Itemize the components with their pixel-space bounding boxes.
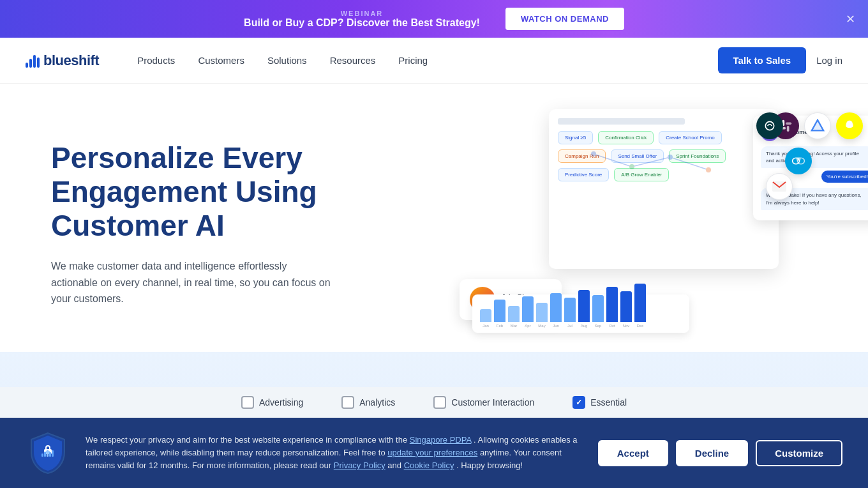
svg-point-5 (668, 155, 673, 160)
svg-line-1 (632, 157, 670, 167)
logo-bar-2 (29, 59, 32, 68)
svg-point-3 (591, 151, 596, 156)
bar-item: Sep (592, 295, 604, 328)
cookie-checkbox[interactable] (341, 396, 354, 403)
journey-canvas-mock: Signal ≥5 Confirmation Click Create Scho… (549, 109, 779, 269)
bar-label: Feb (497, 324, 503, 328)
analytics-chart: JanFebMarAprMayJunJulAugSepOctNovDec (472, 294, 689, 333)
bar-item: May (536, 303, 548, 328)
nav-link-customers[interactable]: Customers (198, 55, 244, 66)
bar-fill (634, 284, 646, 322)
logo-bar-3 (33, 55, 36, 68)
cookie-check-label: Advertising (259, 397, 303, 403)
bar-item: Aug (578, 290, 590, 328)
chat-bubble-1: Thank you for joining! Access your profi… (761, 146, 868, 168)
chat-bubble-2: Welcome Jake! If you have any questions,… (761, 188, 868, 210)
nav-actions: Talk to Sales Log in (718, 47, 842, 73)
bar-item: Jul (564, 298, 576, 328)
bar-label: Sep (595, 324, 602, 328)
bar-fill (536, 303, 548, 322)
cookie-checkbox[interactable] (433, 396, 446, 403)
j-node-3: Create School Promo (659, 131, 721, 144)
main-content: Personalize Every Engagement Using Custo… (0, 84, 868, 403)
cookie-checkbox[interactable] (241, 396, 254, 403)
hero-subtext: We make customer data and intelligence e… (51, 258, 332, 307)
login-button[interactable]: Log in (816, 55, 842, 66)
bar-item: Mar (508, 306, 520, 328)
bar-label: Jul (567, 324, 572, 328)
bar-item: Jan (480, 309, 491, 328)
bar-label: Aug (581, 324, 588, 328)
bar-label: Jan (483, 324, 489, 328)
talk-to-sales-button[interactable]: Talk to Sales (718, 47, 807, 73)
chat-name: Welcome! 👋 (782, 129, 818, 135)
bar-label: Oct (609, 324, 615, 328)
banner-label: WEBINAR (244, 10, 480, 17)
cookie-checkbox[interactable] (572, 396, 585, 403)
bar-fill (522, 296, 534, 322)
banner-cta-button[interactable]: WATCH ON DEMAND (505, 8, 624, 30)
bar-fill (508, 306, 520, 322)
bar-label: May (538, 324, 545, 328)
journey-title-bar (558, 118, 685, 125)
bar-fill (606, 287, 618, 322)
bar-label: Jun (553, 324, 559, 328)
bar-item: Oct (606, 287, 618, 328)
chat-mock: JB Welcome! 👋 Thank you for joining! Acc… (753, 116, 868, 220)
bar-fill (620, 291, 632, 322)
chat-header: JB Welcome! 👋 (761, 123, 868, 141)
bar-fill (592, 295, 604, 322)
cookie-checks-row: AdvertisingAnalyticsCustomer Interaction… (0, 387, 868, 403)
cookie-check-item: Analytics (341, 396, 395, 403)
cookie-check-label: Customer Interaction (451, 397, 534, 403)
nav-links: Products Customers Solutions Resources P… (137, 55, 717, 66)
top-banner: WEBINAR Build or Buy a CDP? Discover the… (0, 0, 868, 38)
logo-bar-1 (26, 63, 28, 68)
bar-item: Apr (522, 296, 534, 328)
banner-close-button[interactable]: ✕ (846, 12, 855, 26)
logo-bars-icon (26, 54, 40, 68)
bar-fill (578, 290, 590, 322)
bar-label: Mar (511, 324, 517, 328)
svg-line-2 (670, 157, 708, 170)
bar-label: Nov (623, 324, 630, 328)
bar-item: Nov (620, 291, 632, 328)
bar-item: Jun (550, 293, 562, 328)
hero-section: Personalize Every Engagement Using Custo… (0, 84, 868, 352)
banner-content: WEBINAR Build or Buy a CDP? Discover the… (244, 10, 480, 29)
svg-line-0 (594, 154, 632, 167)
cookie-check-label: Essential (590, 397, 627, 403)
bar-fill (550, 293, 562, 322)
j-node-2: Confirmation Click (598, 131, 654, 144)
j-node-1: Signal ≥5 (558, 131, 593, 144)
nav-link-pricing[interactable]: Pricing (398, 55, 428, 66)
bar-fill (494, 300, 505, 322)
hero-heading: Personalize Every Engagement Using Custo… (51, 141, 383, 243)
chat-bubble-reply: You're subscribed! (821, 171, 868, 183)
hero-illustration: Signal ≥5 Confirmation Click Create Scho… (434, 109, 868, 333)
cookie-check-item: Advertising (241, 396, 303, 403)
cookie-check-label: Analytics (359, 397, 395, 403)
chat-avatar: JB (761, 123, 779, 141)
cookie-check-item: Essential (572, 396, 627, 403)
journey-lines (568, 148, 752, 186)
hero-text: Personalize Every Engagement Using Custo… (51, 141, 383, 307)
banner-title: Build or Buy a CDP? Discover the Best St… (244, 17, 480, 29)
bar-label: Apr (525, 324, 530, 328)
navbar: blueshift Products Customers Solutions R… (0, 38, 868, 84)
nav-link-solutions[interactable]: Solutions (267, 55, 307, 66)
bar-fill (564, 298, 576, 322)
logo[interactable]: blueshift (26, 52, 99, 69)
logo-bar-4 (37, 57, 40, 68)
svg-point-6 (706, 167, 711, 172)
bar-fill (480, 309, 491, 322)
cookie-check-item: Customer Interaction (433, 396, 534, 403)
bar-item: Dec (634, 284, 646, 328)
bar-item: Feb (494, 300, 505, 328)
nav-link-resources[interactable]: Resources (330, 55, 376, 66)
svg-point-4 (629, 164, 634, 169)
bar-label: Dec (637, 324, 644, 328)
nav-link-products[interactable]: Products (137, 55, 175, 66)
logo-text: blueshift (43, 52, 99, 69)
